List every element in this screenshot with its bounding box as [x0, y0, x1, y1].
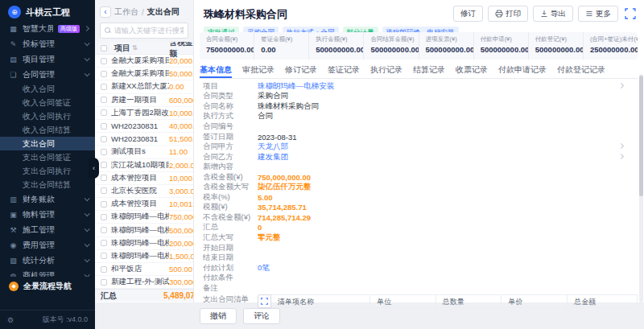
row-checkbox[interactable]	[101, 71, 107, 77]
table-row[interactable]: 房建一期项目600,000.0	[95, 94, 193, 107]
amount-cell: 750,000,0	[169, 212, 193, 221]
table-row[interactable]: WH2023083151,500.00	[95, 133, 193, 146]
amount-cell: 0.00	[169, 82, 193, 91]
table-row[interactable]: 新建工程-外-测试300,000.0	[95, 276, 193, 289]
chevron-down-icon	[85, 195, 90, 201]
修订-button[interactable]: 修订	[453, 6, 483, 22]
row-checkbox[interactable]	[101, 214, 107, 220]
table-row[interactable]: WH2023083140,000.00	[95, 120, 193, 133]
评论-button[interactable]: 评论	[243, 308, 280, 324]
search-input[interactable]	[114, 27, 184, 35]
row-checkbox[interactable]	[101, 162, 107, 168]
table-row[interactable]: 成本管控项目10,001.00	[95, 198, 193, 211]
field-value[interactable]: 珠穆朗玛峰—电梯安装	[258, 81, 638, 92]
search-box[interactable]	[100, 23, 188, 39]
sidebar-item-合同管理[interactable]: ❏合同管理	[0, 67, 95, 82]
tab-付款登记记录[interactable]: 付款登记记录	[557, 64, 605, 78]
sidebar-subitem-label: 收入合同结算	[23, 125, 89, 136]
sidebar-item-智慧大屏[interactable]: ▦智慧大屏高级版	[0, 21, 95, 36]
scrollbar-track[interactable]	[639, 74, 643, 302]
row-checkbox[interactable]	[101, 97, 107, 103]
sort-icon[interactable]: ⇅	[132, 44, 138, 51]
scrollbar-thumb[interactable]	[639, 76, 643, 196]
col-project[interactable]: 项目	[114, 43, 130, 54]
field-value[interactable]: 0笔	[258, 263, 638, 273]
tab-付款申请记录[interactable]: 付款申请记录	[498, 64, 547, 78]
sidebar-subitem-支出合同[interactable]: 支出合同	[0, 137, 95, 150]
sidebar-subitem-支出合同结算[interactable]: 支出合同结算	[0, 178, 95, 191]
table-row[interactable]: 上海丁香园2期改造...10,000.00	[95, 107, 193, 120]
table-row[interactable]: 珠穆朗玛峰—电梯...750,000,0	[95, 211, 193, 224]
table-row[interactable]: 滨江花城10期项目-...2,000.00	[95, 159, 193, 172]
row-checkbox[interactable]	[101, 266, 107, 273]
table-fullscreen-button[interactable]	[258, 294, 271, 308]
row-checkbox[interactable]	[101, 175, 107, 181]
tab-基本信息[interactable]: 基本信息	[200, 64, 232, 78]
select-all-checkbox[interactable]	[101, 45, 107, 51]
field-label: 结束日期	[203, 253, 258, 263]
row-checkbox[interactable]	[101, 123, 107, 130]
sidebar-item-项目管理[interactable]: ▤项目管理	[0, 51, 95, 67]
table-row[interactable]: 北京长安医院3,000.00	[95, 185, 193, 198]
table-row[interactable]: 和平饭店500.00	[95, 263, 193, 276]
sidebar-item-process-navigation[interactable]: 全景流程导航	[0, 277, 95, 296]
row-checkbox[interactable]	[101, 136, 107, 142]
row-checkbox[interactable]	[101, 84, 107, 90]
table-row[interactable]: 金融大厦采购项目50,000.00	[95, 68, 193, 80]
打印-button[interactable]: 打印	[488, 6, 528, 22]
sidebar-subitem-支出合同签证[interactable]: 支出合同签证	[0, 150, 95, 164]
sidebar-subitem-收入合同签证[interactable]: 收入合同签证	[0, 96, 95, 109]
sidebar-collapse-handle[interactable]: ‹	[89, 158, 99, 179]
table-row[interactable]: 珠穆朗玛峰—电梯...500,000,0	[95, 224, 193, 236]
导出-button[interactable]: 导出	[533, 6, 573, 22]
tab-修订记录[interactable]: 修订记录	[285, 64, 317, 78]
field-value: 2023-08-31	[258, 133, 638, 142]
row-checkbox[interactable]	[101, 253, 107, 259]
tab-结算记录[interactable]: 结算记录	[413, 64, 445, 78]
summary-label: 汇总	[95, 290, 163, 302]
sidebar-subitem-支出合同执行[interactable]: 支出合同执行	[0, 164, 95, 178]
stat-付款申请(¥): 付款申请(¥)500000000.00	[473, 32, 528, 60]
撤销-button[interactable]: 撤销	[200, 308, 237, 324]
breadcrumb-root[interactable]: 工作台	[114, 6, 138, 18]
contract-table: 项目 ⇅ 含税金额 金融大厦采购项目20,000.00金融大厦采购项目50,00…	[95, 42, 193, 302]
tab-执行记录[interactable]: 执行记录	[370, 64, 402, 78]
sidebar-item-施工管理[interactable]: ⚒施工管理	[0, 222, 95, 237]
tab-审批记录[interactable]: 审批记录	[242, 64, 275, 78]
sidebar-item-投标管理[interactable]: ✎投标管理	[0, 36, 95, 51]
tab-签证记录[interactable]: 签证记录	[328, 64, 360, 78]
row-checkbox[interactable]	[101, 109, 107, 116]
field-value: 采购合同	[258, 91, 638, 101]
row-checkbox[interactable]	[101, 201, 107, 208]
field-value[interactable]: 建发集团	[258, 152, 638, 162]
action-label: 打印	[506, 9, 521, 19]
tab-收票记录[interactable]: 收票记录	[456, 64, 488, 78]
back-button[interactable]: ‹	[100, 6, 111, 18]
field-label: 含税金额(¥)	[203, 172, 258, 183]
row-checkbox[interactable]	[101, 227, 107, 233]
contract-list-panel: ‹ 工作台 / 支出合同 项目 ⇅ 含税金额 金融大厦采购项目20,000.00…	[95, 0, 193, 329]
row-checkbox[interactable]	[101, 149, 107, 155]
table-row[interactable]: 金融大厦采购项目20,000.00	[95, 55, 193, 68]
sidebar-subitem-收入合同[interactable]: 收入合同	[0, 82, 95, 96]
sidebar-item-财务账款[interactable]: ▥财务账款	[0, 191, 95, 207]
table-row[interactable]: 新建XX总部大厦工...0.00	[95, 80, 193, 93]
row-checkbox[interactable]	[101, 240, 107, 246]
更多-button[interactable]: 更多	[578, 6, 618, 22]
expand-fullscreen-icon[interactable]	[625, 8, 636, 19]
table-row[interactable]: 成本管控项目10,000.00	[95, 172, 193, 185]
table-row[interactable]: 珠穆朗玛峰—电梯...1,500,000	[95, 250, 193, 263]
row-checkbox[interactable]	[101, 187, 107, 194]
stat-label: 付款登记(¥)	[535, 35, 583, 43]
row-checkbox[interactable]	[101, 279, 107, 286]
sidebar-item-统计分析[interactable]: ▧统计分析	[0, 253, 95, 268]
table-row[interactable]: 珠穆朗玛峰—电梯...200,000,0	[95, 237, 193, 250]
row-checkbox[interactable]	[101, 58, 107, 64]
sidebar-subitem-收入合同执行[interactable]: 收入合同执行	[0, 109, 95, 123]
field-value[interactable]: 天龙八部	[258, 142, 638, 152]
sidebar-subitem-收入合同结算[interactable]: 收入合同结算	[0, 123, 95, 137]
settings-gear-icon[interactable]: ⚙	[7, 316, 14, 324]
sidebar-item-物料管理[interactable]: ▣物料管理	[0, 207, 95, 222]
table-row[interactable]: 测试项目s11.00	[95, 146, 193, 158]
sidebar-item-费用管理[interactable]: ◉费用管理	[0, 237, 95, 253]
